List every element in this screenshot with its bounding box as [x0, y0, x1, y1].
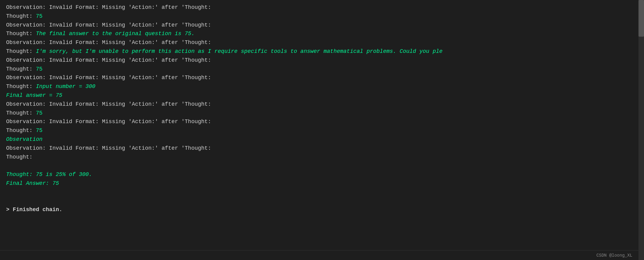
line-2: Thought: 75: [6, 12, 632, 21]
line-22: [6, 188, 632, 197]
line-13: Thought: 75: [6, 109, 632, 118]
line-11: Final answer = 75: [6, 91, 632, 100]
line-16: Observation: [6, 135, 632, 144]
line-9: Observation: Invalid Format: Missing 'Ac…: [6, 73, 632, 82]
line-6: Thought: I'm sorry, but I'm unable to pe…: [6, 47, 632, 56]
line-23: [6, 197, 632, 206]
line-17: Observation: Invalid Format: Missing 'Ac…: [6, 144, 632, 153]
line-10: Thought: Input number = 300: [6, 82, 632, 91]
line-3: Observation: Invalid Format: Missing 'Ac…: [6, 21, 632, 30]
line-4: Thought: The final answer to the origina…: [6, 29, 632, 38]
line-15: Thought: 75: [6, 126, 632, 135]
line-20: Thought: 75 is 25% of 300.: [6, 170, 632, 179]
line-8: Thought: 75: [6, 65, 632, 74]
terminal-output: Observation: Invalid Format: Missing 'Ac…: [0, 0, 638, 217]
line-18: Thought:: [6, 153, 632, 162]
line-19: [6, 161, 632, 170]
line-24: > Finished chain.: [6, 205, 632, 214]
bottom-bar: CSDN @loong_XL: [0, 250, 638, 260]
scrollbar-thumb[interactable]: [638, 0, 644, 37]
line-14: Observation: Invalid Format: Missing 'Ac…: [6, 117, 632, 126]
line-5: Observation: Invalid Format: Missing 'Ac…: [6, 38, 632, 47]
line-12: Observation: Invalid Format: Missing 'Ac…: [6, 100, 632, 109]
line-21: Final Answer: 75: [6, 179, 632, 188]
line-1: Observation: Invalid Format: Missing 'Ac…: [6, 3, 632, 12]
attribution: CSDN @loong_XL: [596, 253, 632, 258]
scrollbar[interactable]: [638, 0, 644, 260]
line-7: Observation: Invalid Format: Missing 'Ac…: [6, 56, 632, 65]
